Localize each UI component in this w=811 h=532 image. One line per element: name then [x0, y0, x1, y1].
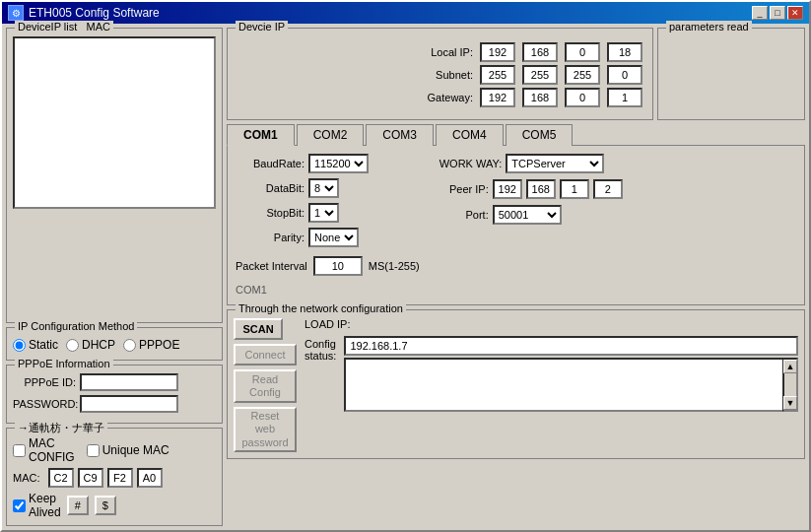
net-config-title: Through the network configuration [236, 302, 406, 314]
com-inner: BaudRate: 115200 9600 19200 38400 57600 [236, 154, 796, 297]
left-panel: DeviceIP list MAC IP Configuration Metho… [6, 28, 223, 526]
local-ip-1[interactable] [522, 42, 558, 62]
baud-rate-label: BaudRate: [236, 158, 304, 169]
tab-com1[interactable]: COM1 [227, 124, 295, 146]
packet-interval-unit: MS(1-255) [369, 260, 420, 272]
pppoe-id-row: PPPoE ID: [13, 373, 216, 391]
gateway-3[interactable] [607, 88, 642, 107]
subnet-2[interactable] [565, 65, 600, 85]
subnet-0[interactable] [480, 65, 515, 85]
radio-static[interactable]: Static [13, 338, 58, 352]
connect-button[interactable]: Connect [234, 344, 297, 366]
net-config-group: Through the network configuration SCAN C… [227, 309, 805, 459]
mac-cell-1: C2 [48, 468, 74, 488]
local-ip-3[interactable] [607, 42, 642, 62]
unique-mac-check[interactable]: Unique MAC [87, 443, 169, 457]
params-read-group: parameters read [657, 28, 805, 120]
device-list-body[interactable] [13, 36, 216, 209]
mac-cell-3: F2 [107, 468, 133, 488]
mac-config-checkbox[interactable] [13, 444, 26, 457]
radio-pppoe[interactable]: PPPOE [123, 338, 179, 352]
pppoe-pwd-input[interactable] [80, 395, 178, 413]
titlebar-buttons: _ □ ✕ [752, 6, 803, 20]
reset-web-button[interactable]: Reset web password [234, 407, 297, 452]
tab-com5[interactable]: COM5 [506, 124, 574, 146]
pppoe-id-label: PPPoE ID: [13, 376, 80, 388]
subnet-3[interactable] [607, 65, 642, 85]
mac-config-label: MACCONFIG [29, 436, 75, 464]
hash-button[interactable]: # [67, 496, 89, 515]
parity-select[interactable]: None Odd Even [308, 228, 359, 247]
peer-ip-1[interactable] [526, 179, 556, 199]
radio-pppoe-label: PPPOE [139, 338, 179, 352]
keep-alive-checkbox[interactable] [13, 499, 26, 512]
stop-bit-select[interactable]: 1 2 [308, 203, 339, 223]
misc-check-row: MACCONFIG Unique MAC [13, 436, 216, 464]
peer-ip-3[interactable] [593, 179, 623, 199]
packet-interval-input[interactable] [313, 256, 363, 276]
peer-ip-0[interactable] [493, 179, 522, 199]
net-right: LOAD IP: Configstatus: 192.168.1.7 ▲ [304, 318, 798, 412]
mac-config-check[interactable]: MACCONFIG [13, 436, 75, 464]
subnet-1[interactable] [522, 65, 558, 85]
close-button[interactable]: ✕ [787, 6, 803, 20]
scan-button[interactable]: SCAN [234, 318, 283, 340]
radio-pppoe-input[interactable] [123, 339, 136, 352]
tab-com4[interactable]: COM4 [436, 124, 504, 146]
keep-alive-check[interactable]: KeepAlived [13, 492, 61, 519]
pppoe-pwd-row: PASSWORD: [13, 395, 216, 413]
work-way-select[interactable]: TCPServer TCPClient UDP [506, 154, 604, 173]
local-ip-2[interactable] [565, 42, 600, 62]
packet-interval-label: Packet Interval [236, 260, 307, 272]
packet-interval-row: Packet Interval MS(1-255) [236, 256, 420, 276]
mac-cell-4: A0 [137, 468, 163, 488]
read-config-button[interactable]: Read Config [234, 369, 297, 403]
unique-mac-label: Unique MAC [102, 443, 169, 457]
tab-com2[interactable]: COM2 [297, 124, 365, 146]
device-list-group: DeviceIP list MAC [6, 28, 223, 323]
gateway-0[interactable] [480, 88, 515, 107]
radio-dhcp-input[interactable] [66, 339, 79, 352]
dollar-button[interactable]: $ [95, 496, 116, 515]
tab-com3[interactable]: COM3 [366, 124, 434, 146]
port-label: Port: [439, 209, 489, 221]
gateway-2[interactable] [565, 88, 600, 107]
main-window: ⚙ ETH005 Config Software _ □ ✕ DeviceIP … [0, 0, 811, 532]
device-ip-title: Devcie IP [236, 21, 288, 33]
mac-cell-2: C9 [78, 468, 103, 488]
mac-label: MAC: [13, 472, 40, 484]
minimize-button[interactable]: _ [752, 6, 768, 20]
config-status-label: Configstatus: [304, 336, 336, 362]
config-status-row: Configstatus: 192.168.1.7 ▲ ▼ [304, 336, 798, 412]
subnet-label: Subnet: [234, 69, 477, 81]
pppoe-group: PPPoE Information PPPoE ID: PASSWORD: [6, 365, 223, 424]
local-ip-0[interactable] [480, 42, 515, 62]
port-select[interactable]: 50001 [493, 205, 562, 225]
status-area: ▲ ▼ [344, 358, 798, 412]
maximize-button[interactable]: □ [770, 6, 785, 20]
local-ip-label: Local IP: [234, 46, 477, 58]
stop-bit-row: StopBit: 1 2 [236, 203, 420, 223]
top-right: Devcie IP Local IP: Subnet: Gateway: [227, 28, 805, 120]
pppoe-id-input[interactable] [80, 373, 178, 391]
data-bit-select[interactable]: 8 7 6 5 [308, 178, 339, 198]
com1-watermark: COM1 [236, 284, 267, 296]
peer-ip-2[interactable] [560, 179, 589, 199]
status-text [344, 358, 782, 412]
unique-mac-checkbox[interactable] [87, 444, 100, 457]
gateway-1[interactable] [522, 88, 558, 107]
scroll-up-arrow[interactable]: ▲ [783, 360, 797, 373]
radio-static-input[interactable] [13, 339, 26, 352]
right-panel: Devcie IP Local IP: Subnet: Gateway: [227, 28, 805, 526]
radio-dhcp-label: DHCP [82, 338, 115, 352]
radio-static-label: Static [29, 338, 58, 352]
port-row: Port: 50001 [439, 205, 623, 225]
content-area: DeviceIP list MAC IP Configuration Metho… [2, 24, 809, 530]
work-way-row: WORK WAY: TCPServer TCPClient UDP [439, 154, 623, 173]
scrollbar-vertical[interactable]: ▲ ▼ [782, 358, 798, 412]
scroll-down-arrow[interactable]: ▼ [783, 396, 797, 410]
baud-rate-select[interactable]: 115200 9600 19200 38400 57600 [308, 154, 369, 173]
radio-dhcp[interactable]: DHCP [66, 338, 115, 352]
data-bit-row: DataBit: 8 7 6 5 [236, 178, 420, 198]
data-bit-label: DataBit: [236, 182, 304, 194]
